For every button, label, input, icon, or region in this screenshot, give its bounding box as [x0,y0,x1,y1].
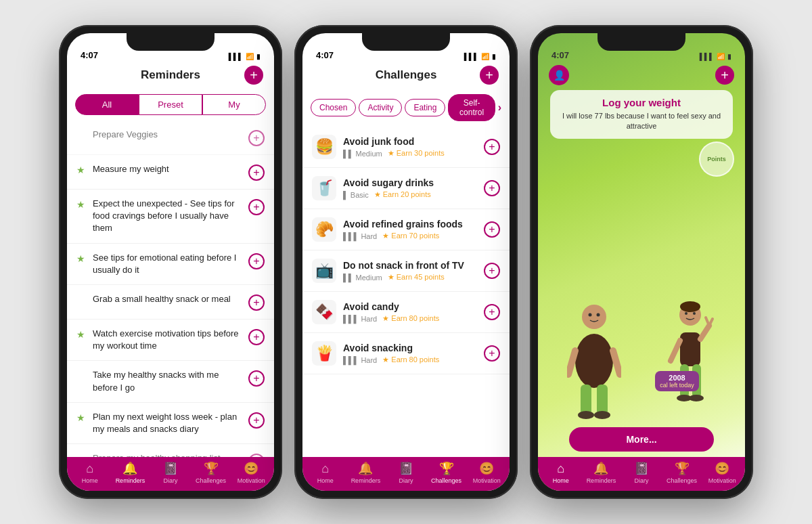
challenge-add-button[interactable]: + [484,345,500,362]
difficulty-badge: ▌ Basic [343,191,369,199]
filter-eating[interactable]: Eating [405,99,445,116]
item-add-button[interactable]: + [248,329,265,345]
challenge-item: 🍟 Avoid snacking ▌▌▌ Hard ★ Earn 80 poin… [302,333,510,374]
challenge-info: Avoid candy ▌▌▌ Hard ★ Earn 80 points [343,301,477,323]
nav-reminders-2[interactable]: 🔔 Reminders [348,461,382,484]
item-add-button[interactable]: + [248,454,265,457]
points-badge: ★ Earn 70 points [382,232,439,240]
challenge-add-button[interactable]: + [484,263,500,279]
challenges-list: 🍔 Avoid junk food ▌▌ Medium ★ Earn 30 po… [302,127,510,457]
challenge-title: Avoid junk food [343,136,477,147]
bottom-nav-2: ⌂ Home 🔔 Reminders 📓 Diary 🏆 Challenges [302,457,510,491]
challenge-add-button[interactable]: + [484,139,500,155]
nav-diary-2[interactable]: 📓 Diary [389,461,423,484]
item-add-button[interactable]: + [248,294,265,311]
challenges-icon: 🏆 [675,461,690,476]
status-icons-2: ▌▌▌ 📶 ▮ [464,53,496,60]
item-add-button[interactable]: + [248,253,265,269]
list-item: ★ Watch exercise motivation tips before … [67,320,274,361]
difficulty-badge: ▌▌ Medium [343,274,382,282]
challenge-info: Avoid junk food ▌▌ Medium ★ Earn 30 poin… [343,136,477,158]
diary-icon: 📓 [163,461,178,476]
wifi-icon-1: 📶 [246,53,254,60]
challenge-item: 🍔 Avoid junk food ▌▌ Medium ★ Earn 30 po… [302,127,510,168]
challenge-add-button[interactable]: + [484,304,500,320]
bar-icon: ▌▌ [343,150,354,158]
motivation-icon: 😊 [715,461,729,476]
nav-motivation-2[interactable]: 😊 Motivation [470,461,503,484]
svg-line-13 [671,341,680,361]
challenge-item: 🥐 Avoid refined grains foods ▌▌▌ Hard ★ … [302,209,510,250]
item-text: See tips for emotional eating before I u… [93,252,243,276]
motivation-add-button[interactable]: + [715,66,734,85]
challenges-add-button[interactable]: + [480,66,499,85]
item-text: Take my healthy snacks with me before I … [93,369,243,393]
nav-challenges-1[interactable]: 🏆 Challenges [194,461,228,484]
nav-home-2[interactable]: ⌂ Home [309,462,342,484]
challenge-title: Avoid sugary drinks [343,177,477,188]
star-icon: ★ [76,165,87,175]
item-text: Expect the unexpected - See tips for foo… [93,198,243,235]
motivation-screen: 4:07 ▌▌▌ 📶 ▮ 👤 + Log your we [538,33,745,491]
nav-challenges-2[interactable]: 🏆 Challenges [430,461,464,484]
filter-self-control[interactable]: Self-control [448,94,495,121]
reminders-add-button[interactable]: + [244,66,263,85]
after-avatar-svg [665,300,716,422]
user-avatar[interactable]: 👤 [549,65,569,85]
points-bubble: Points [699,141,734,177]
reminders-icon: 🔔 [593,461,608,476]
phone-notch-3 [597,33,685,51]
bottom-nav-1: ⌂ Home 🔔 Reminders 📓 Diary 🏆 Challenges [67,457,274,491]
item-add-button[interactable]: + [248,412,265,429]
filter-preset[interactable]: Preset [139,94,202,115]
challenge-meta: ▌▌▌ Hard ★ Earn 80 points [343,314,477,323]
challenges-screen: Challenges + Chosen Activity Eating Self… [302,63,510,491]
item-add-button[interactable]: + [248,165,265,181]
nav-challenges-3[interactable]: 🏆 Challenges [665,461,699,484]
nav-reminders-1[interactable]: 🔔 Reminders [113,461,147,484]
svg-point-7 [594,411,610,419]
challenge-icon: 🥐 [312,217,336,242]
challenge-add-button[interactable]: + [484,221,500,238]
difficulty-badge: ▌▌▌ Hard [343,356,377,364]
motivation-icon: 😊 [244,461,258,476]
nav-home-1[interactable]: ⌂ Home [73,462,107,484]
svg-line-14 [700,326,709,339]
signal-icon-1: ▌▌▌ [229,53,243,60]
motivation-top-bar: 👤 + [538,63,745,87]
motivation-icon: 😊 [479,461,494,476]
svg-point-6 [578,411,594,419]
filter-activity[interactable]: Activity [359,99,402,116]
filter-all[interactable]: All [75,94,139,115]
points-badge: ★ Earn 30 points [388,149,445,158]
svg-point-1 [575,334,613,388]
challenges-title: Challenges [376,68,437,82]
nav-motivation-1[interactable]: 😊 Motivation [234,461,268,484]
filter-chosen[interactable]: Chosen [311,99,356,116]
nav-diary-1[interactable]: 📓 Diary [154,461,187,484]
list-item: ★ Measure my weight + [67,155,274,190]
challenge-info: Avoid sugary drinks ▌ Basic ★ Earn 20 po… [343,177,477,199]
list-item: ★ Expect the unexpected - See tips for f… [67,190,274,244]
item-add-button[interactable]: + [248,130,265,146]
battery-icon-2: ▮ [492,53,496,60]
svg-rect-12 [680,332,700,366]
more-button[interactable]: More... [569,427,714,452]
nav-reminders-3[interactable]: 🔔 Reminders [584,461,618,484]
status-time-1: 4:07 [81,50,98,60]
nav-home-3[interactable]: ⌂ Home [544,462,578,484]
item-text: Measure my weight [93,163,243,175]
svg-point-0 [582,305,606,329]
nav-diary-3[interactable]: 📓 Diary [625,461,658,484]
challenge-title: Avoid snacking [343,343,477,353]
points-badge: ★ Earn 20 points [374,190,431,199]
challenge-add-button[interactable]: + [484,180,500,196]
status-icons-3: ▌▌▌ 📶 ▮ [700,53,731,60]
nav-motivation-3[interactable]: 😊 Motivation [705,461,739,484]
signal-icon-2: ▌▌▌ [464,53,478,60]
challenge-info: Avoid refined grains foods ▌▌▌ Hard ★ Ea… [343,219,477,240]
item-add-button[interactable]: + [248,199,265,215]
filter-my[interactable]: My [202,94,266,115]
item-add-button[interactable]: + [248,370,265,387]
challenge-title: Avoid refined grains foods [343,219,477,230]
